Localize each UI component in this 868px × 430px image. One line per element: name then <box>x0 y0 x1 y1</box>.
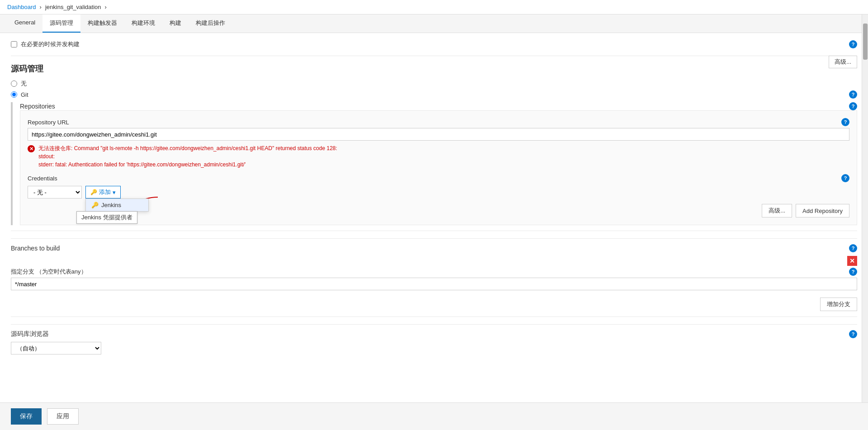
git-help-icon[interactable]: ? <box>849 90 857 99</box>
tab-bar: General 源码管理 构建触发器 构建环境 构建 构建后操作 <box>0 14 868 33</box>
branch-input[interactable] <box>11 278 857 290</box>
delete-branch-row: ✕ <box>11 256 857 266</box>
credentials-row: - 无 - 🔑 添加 ▾ 🔑 Jenkins <box>28 186 849 198</box>
source-browser-section: 源码库浏览器 ? （自动） <box>11 324 857 354</box>
repo-url-label-row: Repository URL ? <box>28 118 849 126</box>
add-branch-button[interactable]: 增加分支 <box>820 298 857 311</box>
jenkins-item-label: Jenkins <box>101 202 121 208</box>
radio-git[interactable] <box>11 91 17 98</box>
repo-url-label: Repository URL <box>28 119 69 126</box>
radio-none[interactable] <box>11 80 17 87</box>
add-repository-button[interactable]: Add Repository <box>796 204 849 217</box>
repo-advanced-button[interactable]: 高级... <box>762 204 792 217</box>
tab-build[interactable]: 构建 <box>162 14 189 33</box>
apply-button[interactable]: 应用 <box>47 408 79 425</box>
branches-label-row: Branches to build ? <box>11 238 857 252</box>
dropdown-arrow-icon: ▾ <box>113 189 116 196</box>
breadcrumb-sep1: › <box>40 4 42 10</box>
breadcrumb: Dashboard › jenkins_git_validation › <box>0 0 868 14</box>
repo-url-input[interactable] <box>28 128 849 141</box>
add-branch-btn-row: 增加分支 <box>11 298 857 311</box>
tooltip-text: Jenkins 凭据提供者 <box>81 214 132 221</box>
main-content: 在必要的时候并发构建 ? 高级... 源码管理 无 Git ? Reposito… <box>0 33 868 430</box>
error-line1: 无法连接仓库: Command "git ls-remote -h https:… <box>38 145 337 151</box>
credentials-help-icon[interactable]: ? <box>841 174 849 182</box>
repositories-section: Repositories ? Repository URL ? ✕ 无法连接仓库… <box>11 102 857 225</box>
tab-post[interactable]: 构建后操作 <box>189 14 232 33</box>
tab-triggers[interactable]: 构建触发器 <box>80 14 124 33</box>
branches-section: Branches to build ? ✕ 指定分支 （为空时代表any） ? … <box>11 238 857 311</box>
repo-url-help-icon[interactable]: ? <box>841 118 849 126</box>
repositories-label: Repositories <box>20 103 55 110</box>
save-button[interactable]: 保存 <box>11 408 42 425</box>
dashboard-link[interactable]: Dashboard <box>7 4 36 10</box>
error-block: ✕ 无法连接仓库: Command "git ls-remote -h http… <box>28 144 849 169</box>
advanced-button[interactable]: 高级... <box>829 56 857 68</box>
concurrent-build-help-icon[interactable]: ? <box>849 40 857 48</box>
key-icon: 🔑 <box>90 189 97 195</box>
credentials-label: Credentials <box>28 175 57 182</box>
credentials-select[interactable]: - 无 - <box>28 186 82 198</box>
radio-git-row: Git ? <box>11 90 857 99</box>
jenkins-icon: 🔑 <box>91 202 99 208</box>
error-line3: stderr: fatal: Authentication failed for… <box>38 161 245 168</box>
radio-none-row: 无 <box>11 80 857 88</box>
concurrent-build-row: 在必要的时候并发构建 ? <box>11 40 857 48</box>
add-credential-container: 🔑 添加 ▾ 🔑 Jenkins Jenkins 凭据提供者 <box>85 186 121 198</box>
add-credential-button[interactable]: 🔑 添加 ▾ <box>85 186 121 198</box>
error-icon: ✕ <box>28 145 35 152</box>
credentials-label-row: Credentials ? <box>28 174 849 182</box>
tab-env[interactable]: 构建环境 <box>124 14 162 33</box>
source-browser-select[interactable]: （自动） <box>11 342 101 354</box>
concurrent-build-label: 在必要的时候并发构建 <box>21 40 80 48</box>
delete-branch-button[interactable]: ✕ <box>847 256 857 266</box>
tab-general[interactable]: General <box>7 14 42 33</box>
add-button-label: 添加 <box>99 188 111 196</box>
scrollbar[interactable] <box>862 14 868 430</box>
project-name: jenkins_git_validation <box>45 4 101 10</box>
branch-field-label: 指定分支 （为空时代表any） <box>11 268 87 276</box>
repository-sub-section: Repository URL ? ✕ 无法连接仓库: Command "git … <box>20 110 857 225</box>
error-line2: stdout: <box>38 153 55 160</box>
repo-right-buttons: 高级... Add Repository <box>28 204 849 217</box>
concurrent-build-checkbox[interactable] <box>11 41 17 47</box>
source-browser-label: 源码库浏览器 <box>11 330 49 338</box>
radio-git-label: Git <box>21 91 28 98</box>
credential-tooltip: Jenkins 凭据提供者 <box>76 211 137 224</box>
scrollbar-thumb[interactable] <box>863 24 868 60</box>
tab-source[interactable]: 源码管理 <box>42 14 80 33</box>
branches-help-icon[interactable]: ? <box>849 244 857 252</box>
repositories-help-icon[interactable]: ? <box>849 102 857 110</box>
branch-field-help-icon[interactable]: ? <box>849 268 857 276</box>
section-title: 源码管理 <box>11 63 857 74</box>
breadcrumb-sep2: › <box>105 4 107 10</box>
error-text: 无法连接仓库: Command "git ls-remote -h https:… <box>38 144 337 169</box>
branches-label: Branches to build <box>11 245 60 252</box>
radio-none-label: 无 <box>21 80 27 88</box>
branch-field-label-row: 指定分支 （为空时代表any） ? <box>11 268 857 276</box>
bottom-bar: 保存 应用 <box>0 402 868 430</box>
jenkins-credential-item[interactable]: 🔑 Jenkins <box>86 199 148 211</box>
source-browser-label-row: 源码库浏览器 ? <box>11 330 857 338</box>
credentials-dropdown-menu: 🔑 Jenkins <box>85 198 149 212</box>
repositories-label-row: Repositories ? <box>20 102 857 110</box>
source-browser-help-icon[interactable]: ? <box>849 330 857 338</box>
